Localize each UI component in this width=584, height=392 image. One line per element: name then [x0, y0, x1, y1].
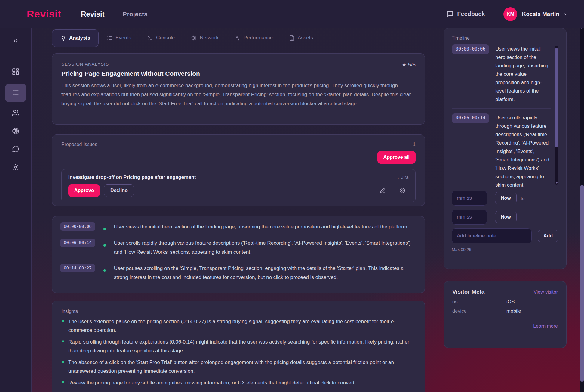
chevron-down-icon[interactable] — [563, 11, 568, 17]
time-to-input[interactable] — [452, 210, 487, 225]
timeline-dot — [103, 269, 106, 272]
insight-text: The absence of a click on the 'Start Fre… — [68, 358, 416, 375]
insight-item: The absence of a click on the 'Start Fre… — [61, 358, 416, 375]
app-logo[interactable]: Revisit — [27, 8, 61, 20]
insight-item: The user's extended pause on the pricing… — [61, 317, 416, 335]
now-to-button[interactable]: Now — [495, 211, 517, 223]
session-title: Pricing Page Engagement without Conversi… — [61, 70, 416, 77]
users-icon — [12, 109, 20, 117]
meta-label: os — [452, 299, 506, 305]
timeline-row: 00:06-00:14 User scrolls rapidly through… — [60, 239, 417, 257]
chat-bubble-icon — [12, 145, 20, 153]
divider — [452, 108, 551, 109]
sidebar-item-chat[interactable] — [5, 141, 26, 158]
timeline-text: User views the initial hero section of t… — [114, 222, 417, 231]
timeline-entry: 00:00-00:06 User views the initial hero … — [452, 44, 551, 103]
meta-label: device — [452, 308, 506, 314]
page-scrollbar[interactable] — [580, 27, 584, 392]
tab-label: Analysis — [69, 35, 90, 41]
tab-label: Events — [115, 35, 131, 41]
time-from-input[interactable] — [452, 191, 487, 206]
tab-console[interactable]: Console — [139, 30, 183, 46]
issue-row: Investigate drop-off on Pricing page aft… — [61, 169, 416, 202]
nav-item-revisit[interactable]: Revisit — [81, 10, 105, 18]
insight-dot — [62, 381, 64, 383]
top-navbar: Revisit Revisit Projects Feedback KM Koc… — [0, 0, 584, 28]
left-sidebar — [0, 28, 32, 392]
insights-card: Insights The user's extended pause on th… — [52, 301, 425, 392]
timeline-panel-heading: Timeline — [452, 35, 558, 41]
scrollbar-thumb[interactable] — [555, 48, 558, 147]
timeline-dot — [103, 244, 106, 247]
tab-analysis[interactable]: Analysis — [52, 29, 99, 47]
proposed-issues-card: Proposed Issues 1 Approve all Investigat… — [52, 134, 425, 206]
edit-pencil-icon[interactable] — [379, 187, 386, 194]
gear-icon — [12, 163, 20, 171]
visitor-meta-row: os iOS — [452, 299, 558, 305]
avatar[interactable]: KM — [503, 7, 517, 21]
session-analysis-card: SESSION ANALYSIS ★ 5/5 Pricing Page Enga… — [52, 53, 425, 125]
insight-text: The user's extended pause on the pricing… — [68, 317, 416, 335]
time-range-badge: 00:06-00:14 — [60, 239, 95, 247]
add-note-button[interactable]: Add — [538, 230, 558, 242]
tab-performance[interactable]: Performance — [227, 30, 281, 46]
insights-heading: Insights — [61, 309, 416, 314]
sidebar-item-visitors[interactable] — [5, 105, 26, 121]
visitor-meta-heading: Visitor Meta — [452, 289, 484, 295]
target-icon — [12, 127, 20, 135]
timeline-scrollbar[interactable] — [555, 46, 558, 185]
file-icon — [289, 35, 295, 41]
sidebar-item-settings[interactable] — [5, 159, 26, 176]
dashboard-icon — [12, 68, 20, 75]
meta-value: iOS — [506, 299, 515, 305]
feedback-label: Feedback — [457, 11, 485, 17]
preview-eye-icon[interactable] — [399, 187, 406, 194]
tab-bar: Analysis Events Console Network Performa… — [32, 28, 438, 48]
timeline-scroll-area[interactable]: 00:00-00:06 User views the initial hero … — [452, 44, 558, 187]
time-range-badge: 00:06-00:14 — [452, 113, 489, 123]
timeline-panel: Timeline 00:00-00:06 User views the init… — [444, 28, 567, 269]
view-visitor-link[interactable]: View visitor — [533, 289, 558, 295]
sidebar-item-sessions[interactable] — [5, 84, 26, 102]
insight-item: Review the pricing page for any subtle a… — [61, 378, 416, 387]
scrollbar-down-arrow[interactable] — [555, 182, 558, 184]
tab-label: Performance — [244, 35, 273, 41]
sidebar-item-dashboard[interactable] — [5, 63, 26, 80]
timeline-note-input[interactable] — [452, 228, 532, 243]
feedback-icon — [446, 11, 453, 18]
insight-item: Consider A/B testing variations of the '… — [61, 390, 416, 392]
insight-dot — [62, 361, 64, 363]
visitor-meta-row: device mobile — [452, 308, 558, 314]
learn-more-link[interactable]: Learn more — [533, 323, 558, 329]
approve-button[interactable]: Approve — [68, 184, 100, 197]
main-content: SESSION ANALYSIS ★ 5/5 Pricing Page Enga… — [32, 48, 438, 392]
issue-target-jira[interactable]: → Jira — [395, 175, 409, 180]
tab-events[interactable]: Events — [99, 30, 139, 46]
timeline-text: User pauses scrolling on the 'Simple, Tr… — [114, 264, 417, 282]
chevrons-right-icon — [12, 37, 19, 44]
list-icon — [12, 89, 20, 97]
approve-all-button[interactable]: Approve all — [377, 151, 416, 164]
decline-button[interactable]: Decline — [104, 184, 134, 197]
visitor-meta-panel: Visitor Meta View visitor os iOS device … — [444, 281, 567, 348]
session-description: This session shows a user, likely from a… — [61, 81, 416, 108]
sidebar-item-goals[interactable] — [5, 123, 26, 139]
list-icon — [107, 35, 112, 41]
tab-label: Network — [200, 35, 218, 41]
now-from-button[interactable]: Now — [495, 192, 517, 204]
tab-label: Assets — [298, 35, 313, 41]
issues-count: 1 — [413, 142, 416, 147]
feedback-button[interactable]: Feedback — [446, 11, 485, 18]
max-duration-label: Max 00:26 — [452, 247, 558, 252]
section-eyebrow: SESSION ANALYSIS — [61, 61, 416, 66]
nav-item-projects[interactable]: Projects — [123, 11, 148, 18]
timeline-text: User scrolls rapidly through various fea… — [114, 239, 417, 257]
insight-text: Consider A/B testing variations of the '… — [68, 390, 347, 392]
tab-assets[interactable]: Assets — [281, 30, 321, 46]
insight-dot — [62, 320, 64, 322]
sidebar-expand-button[interactable] — [5, 32, 26, 49]
divider — [452, 319, 558, 319]
tab-network[interactable]: Network — [183, 30, 226, 46]
scrollbar-thumb[interactable] — [580, 185, 584, 382]
timeline-summary-card: 00:00-00:06 User views the initial hero … — [52, 216, 425, 293]
